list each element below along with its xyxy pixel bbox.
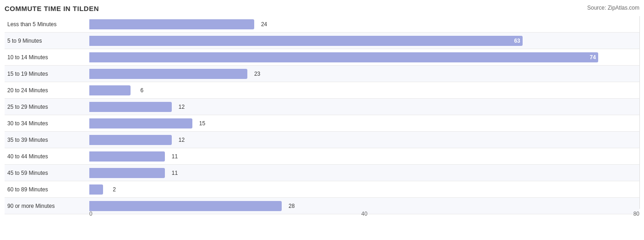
bar-row: 10 to 14 Minutes74 — [5, 49, 639, 66]
bar-track: 15 — [89, 118, 639, 128]
bars-area: Less than 5 Minutes245 to 9 Minutes6310 … — [5, 16, 639, 209]
bar-fill: 12 — [89, 102, 172, 112]
chart-source: Source: ZipAtlas.com — [587, 5, 639, 11]
bar-fill: 74 — [89, 52, 598, 62]
bar-value: 23 — [254, 71, 260, 77]
bar-label: 30 to 34 Minutes — [5, 120, 89, 127]
bar-value: 2 — [113, 186, 116, 193]
bar-row: 15 to 19 Minutes23 — [5, 66, 639, 82]
bar-fill: 11 — [89, 151, 165, 162]
bar-track: 24 — [89, 19, 639, 29]
bar-row: 20 to 24 Minutes6 — [5, 82, 639, 99]
bar-track: 28 — [89, 201, 639, 211]
bar-label: 15 to 19 Minutes — [5, 71, 89, 77]
bar-label: 35 to 39 Minutes — [5, 137, 89, 143]
bar-value: 24 — [261, 21, 267, 28]
bar-row: 5 to 9 Minutes63 — [5, 33, 639, 49]
bar-track: 23 — [89, 69, 639, 79]
bar-track: 6 — [89, 85, 639, 95]
bar-label: 20 to 24 Minutes — [5, 87, 89, 94]
bar-fill: 23 — [89, 69, 247, 79]
bar-value: 63 — [514, 38, 520, 44]
bar-track: 12 — [89, 102, 639, 112]
bar-value: 12 — [179, 104, 185, 110]
bar-track: 74 — [89, 52, 639, 62]
bar-value: 28 — [289, 203, 295, 209]
bar-row: 60 to 89 Minutes2 — [5, 181, 639, 198]
bar-fill: 28 — [89, 201, 282, 211]
bar-track: 2 — [89, 184, 639, 195]
bar-fill: 12 — [89, 135, 172, 145]
bar-label: Less than 5 Minutes — [5, 21, 89, 28]
bar-value: 6 — [140, 87, 143, 94]
x-axis-label: 0 — [89, 211, 93, 217]
bar-label: 10 to 14 Minutes — [5, 54, 89, 61]
bar-fill: 63 — [89, 36, 523, 46]
x-axis-label: 80 — [633, 211, 639, 217]
grid-line — [639, 16, 640, 209]
bar-row: 30 to 34 Minutes15 — [5, 115, 639, 132]
bar-fill: 6 — [89, 85, 131, 95]
bar-fill: 2 — [89, 184, 103, 195]
bar-value: 11 — [172, 170, 178, 176]
chart-header: COMMUTE TIME IN TILDEN Source: ZipAtlas.… — [5, 5, 639, 12]
bar-track: 11 — [89, 168, 639, 178]
bar-label: 40 to 44 Minutes — [5, 153, 89, 160]
bar-value: 11 — [172, 153, 178, 160]
bar-label: 60 to 89 Minutes — [5, 186, 89, 193]
bar-row: 25 to 29 Minutes12 — [5, 99, 639, 115]
bar-fill: 24 — [89, 19, 254, 29]
bar-label: 5 to 9 Minutes — [5, 38, 89, 44]
x-axis: 04080 — [89, 211, 639, 220]
bar-value: 74 — [590, 54, 596, 61]
bar-row: 40 to 44 Minutes11 — [5, 148, 639, 165]
bar-fill: 15 — [89, 118, 192, 128]
bar-track: 63 — [89, 36, 639, 46]
bar-label: 90 or more Minutes — [5, 203, 89, 209]
bar-label: 25 to 29 Minutes — [5, 104, 89, 110]
bar-row: 45 to 59 Minutes11 — [5, 165, 639, 181]
chart-title: COMMUTE TIME IN TILDEN — [5, 5, 99, 12]
bar-label: 45 to 59 Minutes — [5, 170, 89, 176]
x-axis-label: 40 — [361, 211, 367, 217]
bar-value: 12 — [179, 137, 185, 143]
bar-row: 35 to 39 Minutes12 — [5, 132, 639, 148]
bar-row: Less than 5 Minutes24 — [5, 16, 639, 33]
bar-track: 12 — [89, 135, 639, 145]
bar-value: 15 — [199, 120, 205, 127]
chart-container: COMMUTE TIME IN TILDEN Source: ZipAtlas.… — [0, 0, 644, 240]
bar-track: 11 — [89, 151, 639, 162]
bar-fill: 11 — [89, 168, 165, 178]
